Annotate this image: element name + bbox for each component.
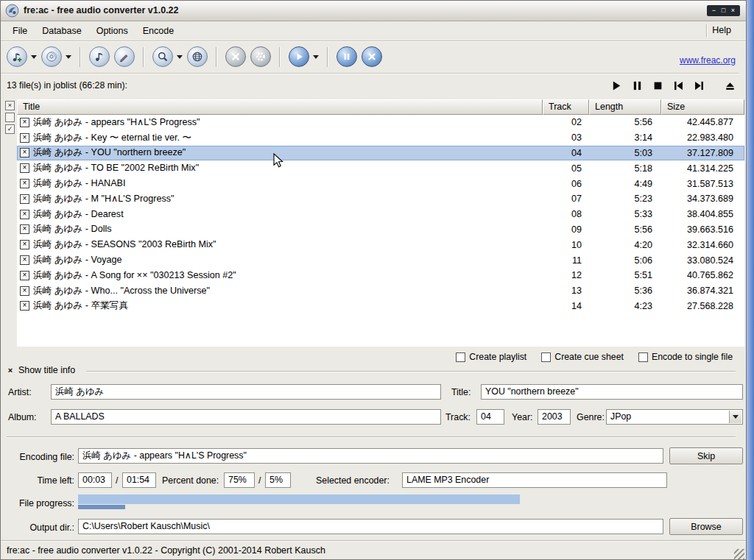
toolbar-separator [80,47,81,67]
create-cue-sheet-checkbox[interactable] [541,352,551,362]
table-row[interactable]: 浜崎 あゆみ - appears "H∧L'S Progress"025:564… [17,115,744,130]
menu-item-encode[interactable]: Encode [135,24,181,38]
table-row[interactable]: 浜崎 あゆみ - Key 〜 eternal tie ver. 〜033:142… [17,130,744,146]
skip-button[interactable]: Skip [669,447,743,464]
eject-button[interactable] [724,79,736,91]
next-button[interactable] [693,79,705,91]
title-field[interactable]: YOU "northern breeze" [481,384,743,400]
genre-select[interactable]: JPop [606,409,743,425]
create-playlist-checkbox[interactable] [456,352,465,362]
stop-encoding-button[interactable] [362,46,382,67]
track-checked-checkbox[interactable] [20,118,29,127]
pause-encoding-button[interactable] [337,46,357,67]
previous-button[interactable] [672,79,684,91]
album-field[interactable]: A BALLADS [51,409,441,425]
start-encoding-button[interactable] [289,46,309,67]
track-field[interactable]: 04 [476,409,504,425]
menu-item-file[interactable]: File [5,24,35,38]
option-create-cue-sheet[interactable]: Create cue sheet [541,352,624,362]
stop-button[interactable] [652,79,663,91]
close-button[interactable]: × [728,5,738,16]
genre-value: JPop [610,411,631,422]
table-row[interactable]: 浜崎 あゆみ - Voyage115:0633.080.524 [17,252,744,268]
cddb-query-button[interactable] [152,46,173,67]
play-button[interactable] [610,79,622,91]
selected-encoder-value: LAME MP3 Encoder [402,472,667,488]
column-header-title[interactable]: Title [17,99,543,115]
table-row[interactable]: 浜崎 あゆみ - TO BE "2002 ReBirth Mix"055:184… [17,160,744,176]
artist-field[interactable]: 浜崎 あゆみ [51,384,441,400]
resize-grip[interactable] [734,549,744,559]
rip-cd-button[interactable] [41,46,62,67]
tag-editor-button[interactable] [114,46,135,67]
table-row[interactable]: 浜崎 あゆみ - HANABI064:4931.587.513 [17,176,744,191]
row-title: 浜崎 あゆみ - TO BE "2002 ReBirth Mix" [33,162,199,174]
option-label: Encode to single file [652,352,733,362]
time-left-label: Time left: [1,475,74,486]
table-row[interactable]: 浜崎 あゆみ - YOU "northern breeze"045:0337.1… [17,146,744,161]
cddb-web-button[interactable] [187,46,208,67]
titlebar[interactable]: fre:ac - free audio converter v1.0.22 − … [1,1,746,21]
toolbar-separator [327,47,328,67]
select-none-button[interactable] [5,113,15,122]
cell-track: 08 [543,209,589,219]
encode-to-single-file-checkbox[interactable] [638,352,648,362]
track-checked-checkbox[interactable] [20,210,29,219]
track-checked-checkbox[interactable] [20,271,29,280]
menu-item-database[interactable]: Database [35,24,89,38]
track-checked-checkbox[interactable] [20,255,29,265]
track-checked-checkbox[interactable] [20,133,29,143]
table-row[interactable]: 浜崎 あゆみ - A Song for ×× "030213 Session #… [17,268,744,283]
column-header-size[interactable]: Size [661,99,744,115]
table-row[interactable]: 浜崎 あゆみ - SEASONS "2003 ReBirth Mix"104:2… [17,237,744,252]
toggle-selection-button[interactable]: ✓ [5,124,15,134]
table-row[interactable]: 浜崎 あゆみ - 卒業写真144:2327.568.228 [17,299,744,314]
cancel-button[interactable] [225,46,246,67]
table-row[interactable]: 浜崎 あゆみ - Dearest085:3338.404.855 [17,207,744,222]
menu-item-options[interactable]: Options [89,24,135,38]
playback-controls [610,74,736,97]
add-files-button[interactable] [7,46,27,67]
freac-website-link[interactable]: www.freac.org [680,55,736,65]
option-encode-to-single-file[interactable]: Encode to single file [638,352,733,362]
row-title: 浜崎 あゆみ - Key 〜 eternal tie ver. 〜 [33,132,191,144]
cell-size: 32.314.660 [661,240,744,250]
cell-track: 05 [543,163,589,174]
track-checked-checkbox[interactable] [20,240,29,249]
playlist-button[interactable] [89,46,110,67]
minimize-button[interactable]: − [709,5,719,16]
cell-length: 5:06 [589,255,661,266]
track-checked-checkbox[interactable] [20,148,29,157]
select-all-button[interactable]: × [5,101,15,110]
menu-item-help[interactable]: Help [706,24,737,37]
chevron-down-icon[interactable] [729,411,741,423]
cell-track: 02 [543,117,589,127]
collapse-icon[interactable] [7,366,14,375]
table-row[interactable]: 浜崎 あゆみ - Dolls095:5639.663.516 [17,222,744,238]
track-checked-checkbox[interactable] [20,224,29,234]
settings-button[interactable] [250,46,271,67]
pause-button[interactable] [631,79,643,91]
track-checked-checkbox[interactable] [20,194,29,204]
add-files-dropdown-arrow-icon[interactable] [31,55,37,59]
track-checked-checkbox[interactable] [20,163,29,173]
track-checked-checkbox[interactable] [20,301,29,311]
start-encoding-dropdown-arrow-icon[interactable] [313,55,319,59]
column-header-track[interactable]: Track [543,99,589,115]
genre-label: Genre: [577,412,605,422]
cddb-query-dropdown-arrow-icon[interactable] [177,55,183,59]
title-info-header[interactable]: Show title info [7,365,75,375]
track-checked-checkbox[interactable] [20,286,29,296]
album-label: Album: [8,412,37,422]
output-dir-field[interactable]: C:\Users\Robert Kausch\Music\ [78,519,663,534]
column-header-length[interactable]: Length [589,99,661,115]
track-checked-checkbox[interactable] [20,179,29,188]
cell-title: 浜崎 あゆみ - M "H∧L'S Progress" [17,193,543,205]
table-row[interactable]: 浜崎 あゆみ - M "H∧L'S Progress"075:2334.373.… [17,191,744,207]
browse-button[interactable]: Browse [669,518,743,535]
year-field[interactable]: 2003 [538,409,571,425]
rip-cd-dropdown-arrow-icon[interactable] [66,55,71,59]
maximize-button[interactable]: □ [719,5,728,16]
option-create-playlist[interactable]: Create playlist [456,352,526,362]
table-row[interactable]: 浜崎 あゆみ - Who... "Across the Universe"135… [17,283,744,299]
